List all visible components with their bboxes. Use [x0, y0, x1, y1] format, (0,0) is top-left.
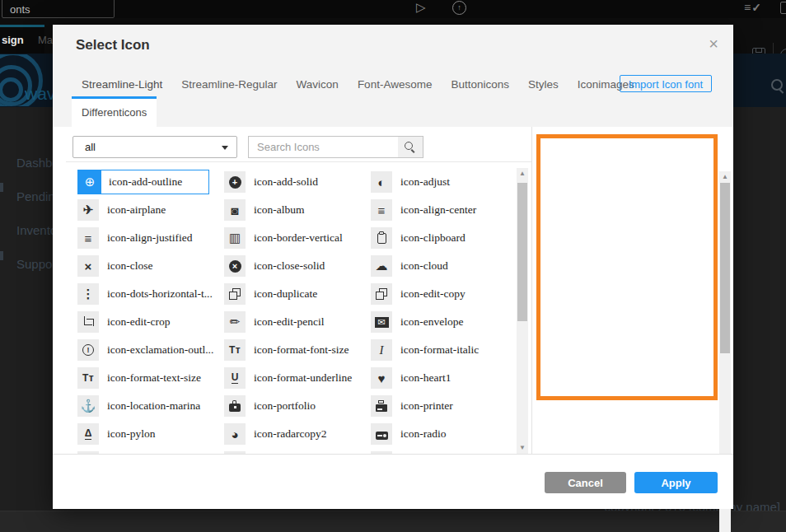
sidebar-item-invento[interactable]: Invento — [16, 223, 57, 237]
select-icon-dialog: Select Icon × Streamline-LightStreamline… — [53, 25, 733, 508]
icon-label: icon-heart1 — [400, 371, 451, 385]
icon-align-center-icon: ≡ — [371, 199, 392, 221]
icon-portfolio-item[interactable]: icon-portfolio — [224, 394, 371, 418]
icon-dots-horizontal-t-icon: ⋮ — [77, 283, 99, 305]
icon-close-solid-item[interactable]: ×icon-close-solid — [224, 254, 371, 278]
icon-label: icon-radarcopy2 — [254, 427, 326, 441]
play-icon[interactable]: ▷ — [416, 0, 426, 15]
upload-icon[interactable]: ↑ — [452, 1, 466, 15]
category-select[interactable]: all — [73, 136, 237, 158]
screen: onts ▷ ↑ ≡✓ sign Mar waven DashboPendinI… — [0, 0, 786, 532]
icon-list-scrollbar[interactable]: ▲ ▼ — [517, 168, 528, 454]
chevron-down-icon — [222, 146, 228, 150]
dialog-title: Select Icon — [76, 37, 150, 54]
icon-align-justified-item[interactable]: ≡icon-align-justified — [77, 226, 224, 250]
dialog-body: all ⊕icon-add-outline+icon-add-solid◐ico… — [53, 127, 733, 454]
icon-label: icon-pylon — [107, 427, 156, 441]
icon-printer-item[interactable]: icon-printer — [371, 394, 512, 418]
icon-label: icon-exclamation-outl... — [107, 343, 213, 357]
icon-location-marina-item[interactable]: ⚓icon-location-marina — [77, 394, 224, 418]
icon-radarcopy2-item[interactable]: ◕icon-radarcopy2 — [224, 422, 371, 446]
tab-styles[interactable]: Styles — [528, 78, 559, 91]
icon-clipboard-item[interactable]: icon-clipboard — [371, 226, 512, 250]
import-icon-font-button[interactable]: Import Icon font — [620, 75, 712, 92]
category-select-value: all — [85, 141, 96, 153]
scroll-up-icon[interactable]: ▲ — [517, 170, 528, 178]
search-input[interactable] — [248, 136, 399, 158]
icon-edit-copy-item[interactable]: icon-edit-copy — [371, 282, 512, 306]
icon-heart1-item[interactable]: ♥icon-heart1 — [371, 366, 512, 390]
icon-format-italic-item[interactable]: Iicon-format-italic — [371, 338, 512, 362]
tab-buttonicons[interactable]: Buttonicons — [451, 78, 509, 91]
checklist-icon[interactable]: ≡✓ — [744, 1, 762, 14]
scroll-down-icon[interactable]: ▼ — [517, 444, 528, 452]
apply-button[interactable]: Apply — [634, 472, 718, 493]
cancel-button[interactable]: Cancel — [545, 472, 626, 493]
icon-clipboard-icon — [371, 227, 392, 249]
tab-streamline-regular[interactable]: Streamline-Regular — [181, 78, 277, 91]
icon-format-font-size-item[interactable]: Tᴛicon-format-font-size — [224, 338, 371, 362]
icon-envelope-item[interactable]: ✉icon-envelope — [371, 310, 512, 334]
icon-label: icon-format-font-size — [254, 343, 349, 357]
icon-exclamation-outl-item[interactable]: !icon-exclamation-outl... — [77, 338, 224, 362]
icon-adjust-item[interactable]: ◐icon-adjust — [371, 170, 512, 194]
icon-add-solid-item[interactable]: +icon-add-solid — [224, 170, 371, 194]
scrollbar-thumb[interactable] — [517, 183, 527, 321]
icon-label: icon-adjust — [400, 175, 450, 189]
search-icon[interactable] — [771, 79, 783, 91]
icon-label: icon-add-outline — [109, 175, 182, 189]
sub-tab-row: Differenticons — [53, 99, 733, 127]
scroll-up-icon[interactable]: ▲ — [719, 173, 731, 181]
icon-format-text-size-icon: Tᴛ — [77, 367, 99, 389]
icon-label: icon-format-underline — [254, 371, 352, 385]
icon-close-icon: × — [77, 255, 99, 277]
icon-label: icon-clipboard — [400, 231, 466, 245]
icon-label: icon-portfolio — [254, 399, 316, 413]
icon-pylon-icon: Δ — [77, 423, 99, 445]
icon-close-solid-icon: × — [224, 255, 246, 277]
tab-wavicon[interactable]: Wavicon — [297, 78, 339, 91]
divider — [531, 127, 532, 454]
icon-cloud-item[interactable]: ☁icon-cloud — [371, 254, 512, 278]
icon-radarcopy2-icon: ◕ — [224, 423, 246, 445]
icon-align-center-item[interactable]: ≡icon-align-center — [371, 198, 512, 222]
icon-radio-item[interactable]: icon-radio — [371, 422, 512, 446]
icon-duplicate-icon — [224, 283, 246, 305]
scrollbar-thumb[interactable] — [720, 183, 730, 353]
icon-format-underline-item[interactable]: Uicon-format-underline — [224, 366, 371, 390]
top-bar: onts ▷ ↑ ≡✓ — [0, 0, 786, 18]
briefcase-icon[interactable] — [780, 2, 786, 14]
tab-streamline-light[interactable]: Streamline-Light — [82, 78, 162, 91]
sidebar-item-suppor[interactable]: Suppor — [16, 257, 56, 271]
icon-album-item[interactable]: ◙icon-album — [224, 198, 371, 222]
icon-label: icon-align-center — [400, 203, 476, 217]
icon-format-text-size-item[interactable]: Tᴛicon-format-text-size — [77, 366, 224, 390]
icon-edit-copy-icon — [371, 283, 392, 305]
icon-pylon-item[interactable]: Δicon-pylon — [77, 422, 224, 446]
divider — [66, 161, 531, 162]
icon-edit-crop-item[interactable]: icon-edit-crop — [77, 310, 224, 334]
icon-align-justified-icon: ≡ — [77, 227, 99, 249]
icon-printer-icon — [371, 395, 392, 417]
tab-differenticons[interactable]: Differenticons — [72, 99, 157, 127]
icon-label: icon-printer — [400, 399, 453, 413]
tab-font-awesome[interactable]: Font-Awesome — [358, 78, 433, 91]
icon-label: icon-format-text-size — [107, 371, 201, 385]
icon-close-item[interactable]: ×icon-close — [77, 254, 224, 278]
icon-label: icon-radio — [400, 427, 446, 441]
icon-add-outline-item[interactable]: ⊕icon-add-outline — [77, 170, 209, 194]
icon-border-vertical-item[interactable]: ▥icon-border-vertical — [224, 226, 371, 250]
search-button[interactable] — [398, 136, 423, 158]
fonts-dropdown[interactable]: onts — [2, 0, 115, 18]
icon-portfolio-icon — [224, 395, 246, 417]
icon-label: icon-location-marina — [107, 399, 200, 413]
sidebar-icon-partial — [0, 183, 3, 192]
sidebar-item-pendin[interactable]: Pendin — [16, 189, 55, 203]
icon-duplicate-item[interactable]: icon-duplicate — [224, 282, 371, 306]
icon-cloud-icon: ☁ — [371, 255, 392, 277]
icon-airplane-item[interactable]: ✈icon-airplane — [77, 198, 224, 222]
icon-edit-crop-icon — [77, 311, 99, 333]
icon-edit-pencil-item[interactable]: ✏icon-edit-pencil — [224, 310, 371, 334]
close-icon[interactable]: × — [709, 35, 718, 52]
icon-dots-horizontal-t-item[interactable]: ⋮icon-dots-horizontal-t... — [77, 282, 224, 306]
